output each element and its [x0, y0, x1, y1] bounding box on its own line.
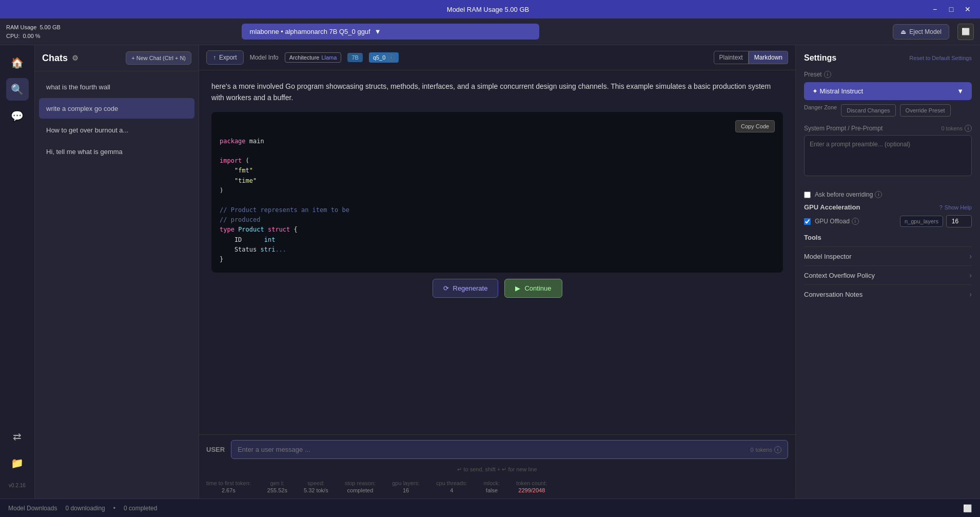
maximize-button[interactable]: □	[945, 3, 957, 15]
stat-label: gpu layers:	[392, 480, 420, 486]
discard-changes-button[interactable]: Discard Changes	[841, 104, 895, 117]
message-input[interactable]	[238, 441, 750, 458]
new-chat-shortcut: (Ctrl + N)	[163, 55, 186, 61]
plaintext-button[interactable]: Plaintext	[714, 51, 749, 64]
stat-label: speed:	[307, 480, 324, 486]
code-line: ID int	[220, 235, 775, 245]
chat-list-item[interactable]: Hi, tell me what is gemma ℹ ✎ ✕	[39, 141, 194, 162]
size-badge: 7B	[347, 53, 362, 62]
close-button[interactable]: ✕	[962, 3, 974, 15]
ask-override-checkbox[interactable]	[804, 192, 811, 198]
chat-info-icon[interactable]: ℹ	[152, 125, 163, 135]
stat-value: 2.67s	[222, 487, 236, 493]
eject-label: Eject Model	[909, 28, 942, 35]
export-button[interactable]: ↑ Export	[206, 50, 244, 65]
status-bar-right: ⬜	[963, 504, 972, 512]
eject-model-button[interactable]: ⏏ Eject Model	[893, 24, 949, 40]
chat-delete-icon[interactable]: ✕	[177, 125, 187, 135]
code-line: package main	[220, 137, 775, 146]
show-help-button[interactable]: ? Show Help	[939, 204, 972, 210]
gpu-offload-checkbox[interactable]	[804, 218, 811, 225]
system-prompt-label: System Prompt / Pre-Prompt	[804, 125, 883, 132]
continue-icon: ▶	[515, 284, 520, 292]
chat-info-icon[interactable]: ℹ	[152, 103, 163, 113]
ask-override-row: Ask before overriding i	[804, 191, 972, 198]
tool-item-name: Model Inspector	[804, 253, 852, 260]
stat-speed: speed: 5.32 tok/s	[304, 480, 328, 493]
markdown-button[interactable]: Markdown	[749, 51, 788, 64]
stat-gen-t: gen t: 255.52s	[267, 480, 287, 493]
tool-item[interactable]: Conversation Notes ›	[804, 284, 972, 303]
chat-list-item[interactable]: How to get over burnout a... ℹ ✎ ✕	[39, 120, 194, 140]
export-icon: ↑	[213, 54, 216, 61]
show-help-label: Show Help	[945, 204, 972, 210]
separator: •	[113, 505, 115, 512]
sidebar-home-button[interactable]: 🏠	[6, 51, 29, 74]
window-title: Model RAM Usage 5.00 GB	[47, 6, 929, 13]
chat-list-item[interactable]: what is the fourth wall ℹ ✎ ✕	[39, 76, 194, 97]
stat-cpu-threads: cpu threads: 4	[436, 480, 467, 493]
sidebar-folder-button[interactable]: 📁	[6, 452, 29, 474]
chat-info-icon[interactable]: ℹ	[152, 82, 163, 92]
chat-item-text: write a complex go code	[46, 105, 152, 112]
new-chat-button[interactable]: + New Chat (Ctrl + N)	[126, 51, 191, 65]
preset-info-icon[interactable]: i	[824, 71, 831, 78]
chat-edit-icon[interactable]: ✎	[165, 103, 175, 113]
regenerate-button[interactable]: ⟳ Regenerate	[433, 279, 499, 298]
code-line: Status stri...	[220, 245, 775, 255]
regen-label: Regenerate	[453, 284, 488, 292]
tool-item[interactable]: Context Overflow Policy ›	[804, 265, 972, 284]
chat-edit-icon[interactable]: ✎	[165, 82, 175, 92]
sidebar-search-button[interactable]: 🔍	[6, 78, 29, 101]
ram-value: 5.00 GB	[40, 24, 60, 30]
stat-label: token count:	[516, 480, 547, 486]
stat-label: gen t:	[270, 480, 285, 486]
stat-label: mlock:	[484, 480, 500, 486]
top-bar-right-icon[interactable]: ⬜	[957, 24, 974, 40]
code-line: "fmt"	[220, 166, 775, 176]
chat-edit-icon[interactable]: ✎	[165, 125, 175, 135]
stat-token-count: token count: 2299/2048	[516, 480, 547, 493]
system-prompt-input[interactable]	[804, 135, 972, 176]
model-selector-button[interactable]: mlabonne • alphamonarch 7B Q5_0 gguf ▼	[242, 24, 539, 40]
chat-list-item[interactable]: write a complex go code ℹ ✎ ✕	[39, 98, 194, 119]
token-info-icon[interactable]: i	[774, 446, 781, 453]
danger-zone-label: Danger Zone	[804, 104, 837, 117]
quant-info-icon[interactable]: i	[387, 54, 395, 61]
status-icon-button[interactable]: ⬜	[963, 504, 972, 512]
gpu-acceleration-title: GPU Acceleration	[804, 203, 860, 211]
quant-value: q5_0	[373, 54, 385, 61]
code-line: // produced	[220, 215, 775, 225]
chat-info-icon[interactable]: ℹ	[152, 146, 163, 157]
stat-value: completed	[347, 487, 374, 493]
ask-override-label: Ask before overriding i	[815, 191, 882, 198]
icon-sidebar: 🏠 🔍 💬 ⇄ 📁 v0.2.16	[0, 45, 35, 499]
sidebar-chat-button[interactable]: 💬	[6, 105, 29, 127]
chat-delete-icon[interactable]: ✕	[177, 103, 187, 113]
message-input-wrapper: 0 tokens i	[231, 440, 788, 459]
chat-delete-icon[interactable]: ✕	[177, 82, 187, 92]
gpu-offload-info-icon[interactable]: i	[852, 218, 859, 225]
preset-button[interactable]: ✦ Mistral Instruct ▼	[804, 82, 972, 100]
minimize-button[interactable]: −	[929, 3, 941, 15]
continue-button[interactable]: ▶ Continue	[504, 279, 562, 298]
stat-gpu-layers: gpu layers: 16	[392, 480, 420, 493]
reset-settings-button[interactable]: Reset to Default Settings	[909, 55, 972, 61]
chat-delete-icon[interactable]: ✕	[177, 146, 187, 157]
chat-panel: Chats ⚙ + New Chat (Ctrl + N) what is th…	[35, 45, 199, 499]
tool-item[interactable]: Model Inspector ›	[804, 246, 972, 265]
preset-value: ✦ Mistral Instruct	[812, 87, 863, 95]
system-prompt-info-icon[interactable]: i	[965, 125, 972, 132]
chat-edit-icon[interactable]: ✎	[165, 146, 175, 157]
tools-section: Tools Model Inspector › Context Overflow…	[804, 234, 972, 303]
stat-stop-reason: stop reason: completed	[345, 480, 376, 493]
ask-override-info-icon[interactable]: i	[875, 191, 882, 198]
n-gpu-layers-input[interactable]	[946, 215, 972, 227]
copy-code-button[interactable]: Copy Code	[735, 120, 775, 132]
override-preset-button[interactable]: Override Preset	[900, 104, 951, 117]
stat-value: 4	[450, 487, 453, 493]
sidebar-transfer-button[interactable]: ⇄	[6, 425, 29, 448]
version-text: v0.2.16	[5, 478, 30, 492]
chats-settings-icon[interactable]: ⚙	[72, 54, 79, 62]
eject-icon: ⏏	[900, 28, 906, 35]
